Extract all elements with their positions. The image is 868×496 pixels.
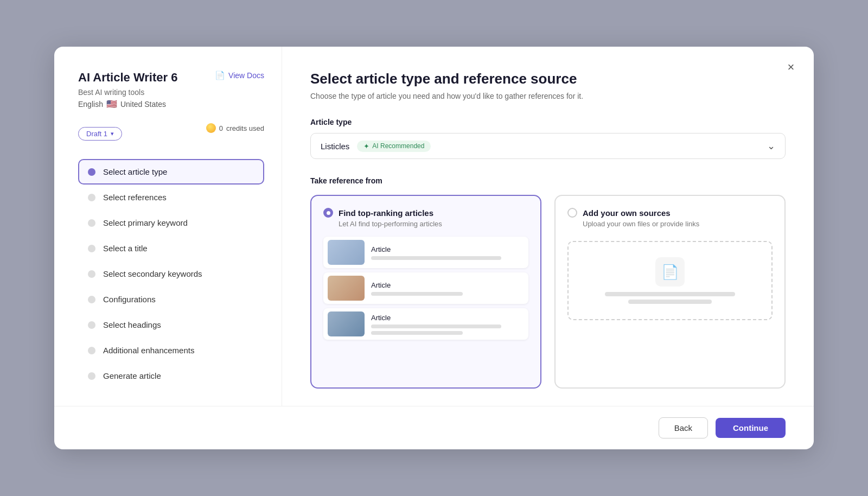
upload-box[interactable]: 📄 xyxy=(567,241,773,320)
article-lines: Article xyxy=(371,245,524,260)
article-label-1: Article xyxy=(371,245,524,253)
credits-row: 0 credits used xyxy=(206,123,264,133)
draft-chevron-icon: ▾ xyxy=(111,130,114,137)
steps-list: Select article type Select references Se… xyxy=(78,159,264,389)
article-type-label: Article type xyxy=(310,118,786,126)
upload-placeholder-lines xyxy=(577,292,763,304)
step-dot xyxy=(88,372,95,380)
article-label-3: Article xyxy=(371,314,524,322)
step-dot xyxy=(88,219,95,227)
article-thumbnail-3 xyxy=(328,311,365,336)
credits-count: 0 xyxy=(219,124,223,132)
upload-line-2 xyxy=(628,300,712,304)
step-item-article-type[interactable]: Select article type xyxy=(78,159,264,185)
dropdown-chevron-icon: ⌄ xyxy=(767,140,775,152)
article-preview-3: Article xyxy=(323,308,528,340)
ref-card-desc-2: Upload your own files or provide links xyxy=(583,220,773,228)
ref-card-title-2: Add your own sources xyxy=(583,208,671,218)
article-lines: Article xyxy=(371,281,524,296)
modal-body: AI Article Writer 6 Best AI writing tool… xyxy=(54,47,814,406)
step-label: Additional enhancements xyxy=(103,346,194,355)
article-line xyxy=(371,325,501,328)
credits-coin-icon xyxy=(206,123,216,133)
upload-line-1 xyxy=(605,292,735,296)
step-label: Generate article xyxy=(103,371,161,380)
upload-icon-wrap: 📄 xyxy=(655,257,685,287)
reference-section-label: Take reference from xyxy=(310,176,786,185)
article-preview-1: Article xyxy=(323,237,528,268)
article-type-dropdown[interactable]: Listicles ✦ AI Recommended ⌄ xyxy=(310,133,786,159)
step-label: Select primary keyword xyxy=(103,218,188,227)
sidebar-top-row: AI Article Writer 6 Best AI writing tool… xyxy=(78,71,264,120)
article-line xyxy=(371,292,463,296)
step-item-generate[interactable]: Generate article xyxy=(78,363,264,389)
step-item-secondary-keywords[interactable]: Select secondary keywords xyxy=(78,261,264,287)
view-docs-label: View Docs xyxy=(228,71,264,80)
step-label: Select a title xyxy=(103,244,148,253)
step-item-title[interactable]: Select a title xyxy=(78,236,264,261)
main-subtitle: Choose the type of article you need and … xyxy=(310,92,786,100)
sidebar-title-group: AI Article Writer 6 Best AI writing tool… xyxy=(78,71,177,120)
main-title: Select article type and reference source xyxy=(310,71,786,87)
step-dot xyxy=(88,321,95,329)
step-dot xyxy=(88,168,95,176)
radio-own-sources xyxy=(567,208,577,218)
radio-find-articles xyxy=(323,208,333,218)
sidebar: AI Article Writer 6 Best AI writing tool… xyxy=(54,47,282,406)
language-text: English xyxy=(78,100,103,109)
article-line xyxy=(371,256,501,260)
sparkle-icon: ✦ xyxy=(363,142,369,150)
reference-cards: Find top-ranking articles Let AI find to… xyxy=(310,195,786,389)
ref-card-top-ranking[interactable]: Find top-ranking articles Let AI find to… xyxy=(310,195,541,389)
ai-recommended-badge: ✦ AI Recommended xyxy=(357,141,431,152)
article-list: Article Article xyxy=(323,237,528,340)
step-item-primary-keyword[interactable]: Select primary keyword xyxy=(78,210,264,236)
step-label: Select article type xyxy=(103,167,167,176)
ref-card-title: Find top-ranking articles xyxy=(339,208,433,218)
article-label-2: Article xyxy=(371,281,524,289)
step-label: Select headings xyxy=(103,320,161,329)
article-preview-2: Article xyxy=(323,272,528,304)
document-icon: 📄 xyxy=(215,71,225,80)
flag-icon: 🇺🇸 xyxy=(106,99,117,109)
back-button[interactable]: Back xyxy=(659,417,708,438)
step-dot xyxy=(88,194,95,201)
modal-overlay: × AI Article Writer 6 Best AI writing to… xyxy=(0,0,868,496)
credits-label: credits used xyxy=(226,124,264,132)
modal-container: × AI Article Writer 6 Best AI writing to… xyxy=(54,47,814,449)
sidebar-subtitle: Best AI writing tools xyxy=(78,88,177,97)
step-label: Select references xyxy=(103,193,167,202)
ref-card-own-sources[interactable]: Add your own sources Upload your own fil… xyxy=(554,195,786,389)
step-dot xyxy=(88,270,95,278)
ref-card-header: Find top-ranking articles xyxy=(323,208,528,218)
step-dot xyxy=(88,296,95,303)
modal-footer: Back Continue xyxy=(54,406,814,449)
step-item-references[interactable]: Select references xyxy=(78,185,264,210)
continue-button[interactable]: Continue xyxy=(716,418,786,438)
step-label: Select secondary keywords xyxy=(103,269,202,278)
main-content: Select article type and reference source… xyxy=(282,47,814,406)
close-button[interactable]: × xyxy=(781,58,801,77)
dropdown-left: Listicles ✦ AI Recommended xyxy=(321,141,431,152)
article-line-2 xyxy=(371,331,463,335)
article-lines: Article xyxy=(371,314,524,335)
draft-label: Draft 1 xyxy=(86,130,107,138)
sidebar-title: AI Article Writer 6 xyxy=(78,71,177,85)
step-item-enhancements[interactable]: Additional enhancements xyxy=(78,338,264,363)
step-item-headings[interactable]: Select headings xyxy=(78,312,264,338)
article-thumbnail-2 xyxy=(328,276,365,301)
ref-card-header-2: Add your own sources xyxy=(567,208,773,218)
sidebar-language: English 🇺🇸 United States xyxy=(78,99,177,109)
view-docs-link[interactable]: 📄 View Docs xyxy=(215,71,264,80)
article-thumbnail-1 xyxy=(328,240,365,265)
article-type-value: Listicles xyxy=(321,142,349,151)
ref-card-desc: Let AI find top-performing articles xyxy=(339,220,528,228)
sidebar-controls-row: Draft 1 ▾ 0 credits used xyxy=(78,123,264,148)
ai-recommended-label: AI Recommended xyxy=(372,142,424,150)
region-text: United States xyxy=(120,100,166,109)
draft-badge[interactable]: Draft 1 ▾ xyxy=(78,127,122,141)
file-upload-icon: 📄 xyxy=(661,264,679,281)
step-item-configurations[interactable]: Configurations xyxy=(78,287,264,312)
step-label: Configurations xyxy=(103,295,156,304)
step-dot xyxy=(88,245,95,252)
